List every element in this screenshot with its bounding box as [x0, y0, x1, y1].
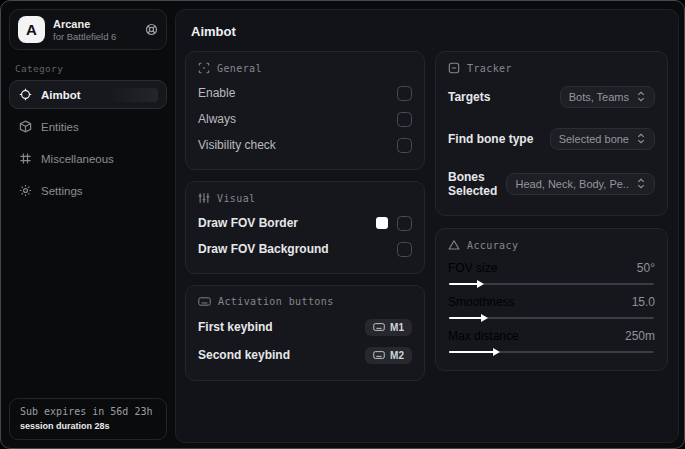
setting-label: Enable — [198, 86, 235, 100]
targets-dropdown[interactable]: Bots, Teams — [560, 86, 655, 108]
card-title: General — [217, 63, 262, 74]
sidebar-item-label: Miscellaneous — [41, 153, 114, 165]
always-checkbox[interactable] — [397, 112, 412, 127]
keybind-value: M1 — [390, 322, 404, 333]
card-title: Tracker — [467, 63, 512, 74]
second-keybind-button[interactable]: M2 — [365, 347, 412, 364]
box-dash-icon — [448, 62, 460, 74]
setting-row-draw-fov-border: Draw FOV Border — [198, 210, 412, 236]
dropdown-value: Bots, Teams — [569, 91, 629, 103]
setting-row-visibility-check: Visibility check — [198, 132, 412, 158]
grid-icon — [19, 152, 32, 165]
session-duration-text: session duration 28s — [20, 421, 156, 431]
sliders-icon — [198, 192, 210, 204]
setting-row-second-keybind: Second keybind M2 — [198, 341, 412, 369]
fov-size-slider-group: FOV size 50° — [448, 261, 655, 285]
enable-checkbox[interactable] — [397, 86, 412, 101]
setting-row-enable: Enable — [198, 80, 412, 106]
setting-label: Smoothness — [448, 295, 515, 309]
keyboard-icon — [373, 322, 385, 332]
page-title: Aimbot — [191, 24, 668, 39]
gear-icon — [19, 184, 32, 197]
setting-label: Find bone type — [448, 132, 533, 146]
accuracy-card: Accuracy FOV size 50° Smoothness — [435, 228, 668, 371]
keybind-value: M2 — [390, 350, 404, 361]
card-title: Visual — [217, 193, 256, 204]
chevron-up-down-icon — [636, 178, 646, 189]
setting-label: Draw FOV Background — [198, 242, 329, 256]
sidebar-item-label: Settings — [41, 185, 83, 197]
smoothness-slider[interactable] — [449, 317, 654, 319]
setting-label: Max distance — [448, 329, 519, 343]
setting-label: Targets — [448, 90, 490, 104]
lifebuoy-icon[interactable] — [145, 23, 158, 36]
sidebar-item-miscellaneous[interactable]: Miscellaneous — [9, 144, 167, 173]
setting-row-bones-selected: Bones Selected Head, Neck, Body, Pe.. — [448, 164, 655, 203]
tracker-card: Tracker Targets Bots, Teams — [435, 51, 668, 216]
slider-fill[interactable] — [449, 351, 494, 353]
max-distance-slider-group: Max distance 250m — [448, 329, 655, 353]
app-logo: A — [18, 16, 45, 43]
general-card: General Enable Always Visibility check — [185, 51, 425, 170]
slider-fill[interactable] — [449, 283, 478, 285]
setting-row-always: Always — [198, 106, 412, 132]
app-window: A Arcane for Battlefield 6 Category Aimb — [0, 0, 685, 449]
app-header: A Arcane for Battlefield 6 — [9, 9, 167, 50]
slider-value: 15.0 — [632, 295, 655, 309]
card-title: Activation buttons — [218, 296, 334, 307]
max-distance-slider[interactable] — [449, 351, 654, 353]
sub-expiry-text: Sub expires in 56d 23h — [20, 406, 156, 417]
chevron-up-down-icon — [636, 133, 646, 144]
visual-card: Visual Draw FOV Border Draw FOV Backgrou… — [185, 181, 425, 274]
setting-row-find-bone-type: Find bone type Selected bone — [448, 122, 655, 155]
sidebar-item-aimbot[interactable]: Aimbot — [9, 80, 167, 109]
keyboard-icon — [373, 350, 385, 360]
fov-size-slider[interactable] — [449, 283, 654, 285]
slider-fill[interactable] — [449, 317, 482, 319]
sidebar-item-label: Aimbot — [41, 89, 81, 101]
subscription-info: Sub expires in 56d 23h session duration … — [9, 398, 167, 440]
find-bone-type-dropdown[interactable]: Selected bone — [550, 128, 655, 150]
setting-row-targets: Targets Bots, Teams — [448, 80, 655, 113]
setting-label: Visibility check — [198, 138, 276, 152]
first-keybind-button[interactable]: M1 — [365, 319, 412, 336]
card-title: Accuracy — [467, 240, 518, 251]
dropdown-value: Selected bone — [559, 133, 629, 145]
crosshair-icon — [19, 88, 32, 101]
setting-label: Bones Selected — [448, 170, 506, 198]
slider-value: 50° — [637, 261, 655, 275]
setting-label: Second keybind — [198, 348, 290, 362]
setting-row-draw-fov-background: Draw FOV Background — [198, 236, 412, 262]
smoothness-slider-group: Smoothness 15.0 — [448, 295, 655, 319]
draw-fov-border-checkbox[interactable] — [397, 216, 412, 231]
setting-label: FOV size — [448, 261, 497, 275]
main-panel: Aimbot General — [175, 9, 679, 443]
sidebar-item-entities[interactable]: Entities — [9, 112, 167, 141]
app-subtitle: for Battlefield 6 — [53, 31, 116, 42]
bones-selected-dropdown[interactable]: Head, Neck, Body, Pe.. — [506, 173, 655, 195]
triangle-icon — [448, 239, 460, 251]
dropdown-value: Head, Neck, Body, Pe.. — [515, 178, 629, 190]
slider-value: 250m — [625, 329, 655, 343]
activation-buttons-card: Activation buttons First keybind M1 — [185, 285, 425, 381]
draw-fov-background-checkbox[interactable] — [397, 242, 412, 257]
setting-label: Always — [198, 112, 236, 126]
setting-label: Draw FOV Border — [198, 216, 298, 230]
visibility-check-checkbox[interactable] — [397, 138, 412, 153]
category-label: Category — [15, 63, 163, 74]
chevron-up-down-icon — [636, 91, 646, 102]
setting-label: First keybind — [198, 320, 273, 334]
sidebar-item-label: Entities — [41, 121, 79, 133]
scan-icon — [198, 62, 210, 74]
setting-row-first-keybind: First keybind M1 — [198, 313, 412, 341]
keyboard-icon — [198, 296, 211, 307]
fov-border-color-swatch[interactable] — [376, 217, 388, 229]
cube-icon — [19, 120, 32, 133]
app-name: Arcane — [53, 18, 116, 30]
sidebar: A Arcane for Battlefield 6 Category Aimb — [1, 1, 175, 448]
sidebar-item-settings[interactable]: Settings — [9, 176, 167, 205]
